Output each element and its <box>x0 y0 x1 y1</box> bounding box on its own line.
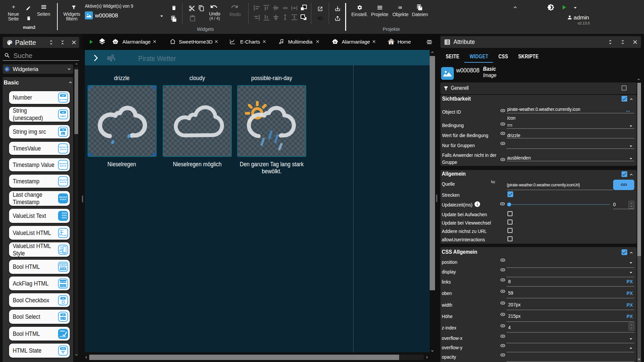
svg-text:val: val <box>62 129 64 131</box>
svg-text:<div>: <div> <box>59 230 63 231</box>
svg-text:2016.03.15: 2016.03.15 <box>59 179 67 181</box>
svg-text:ctrl: ctrl <box>62 297 64 299</box>
svg-text:16:51:56: 16:51:56 <box>60 165 66 167</box>
svg-text:2016.03.15: 2016.03.15 <box>59 196 67 198</box>
svg-text:<div>: <div> <box>59 246 63 248</box>
svg-text:TEXT3: TEXT3 <box>62 213 67 214</box>
svg-text:2016.03.15: 2016.03.15 <box>59 163 67 165</box>
svg-text:2016.03.15: 2016.03.15 <box>59 146 67 148</box>
svg-text:val: val <box>62 111 64 113</box>
svg-text:<div>: <div> <box>60 115 66 117</box>
svg-text:ctrl: ctrl <box>62 314 64 316</box>
svg-text:ACK FALSE: ACK FALSE <box>59 285 67 287</box>
svg-text:</div>: </div> <box>62 252 66 254</box>
svg-text:<FALSE>: <FALSE> <box>59 336 66 338</box>
svg-text:value: value <box>61 348 65 350</box>
svg-text:<FALSE>: <FALSE> <box>60 268 66 270</box>
svg-text:<TRUE>: <TRUE> <box>59 330 65 332</box>
svg-text:</div>: </div> <box>63 235 67 236</box>
svg-text:16:51:56: 16:51:56 <box>60 149 66 150</box>
svg-text:<TRUE>: <TRUE> <box>60 264 66 266</box>
svg-text:true: true <box>61 318 64 319</box>
svg-text:val: val <box>62 95 64 97</box>
svg-text:16:51:56: 16:51:56 <box>60 182 66 183</box>
svg-text:15:50:51: 15:50:51 <box>60 199 66 200</box>
svg-text:ACK TRUE: ACK TRUE <box>59 281 67 282</box>
svg-text:TEXT2: TEXT2 <box>62 215 67 217</box>
svg-text:53, 27HB: 53, 27HB <box>59 99 67 101</box>
svg-text:TEXT1: TEXT1 <box>62 217 67 219</box>
